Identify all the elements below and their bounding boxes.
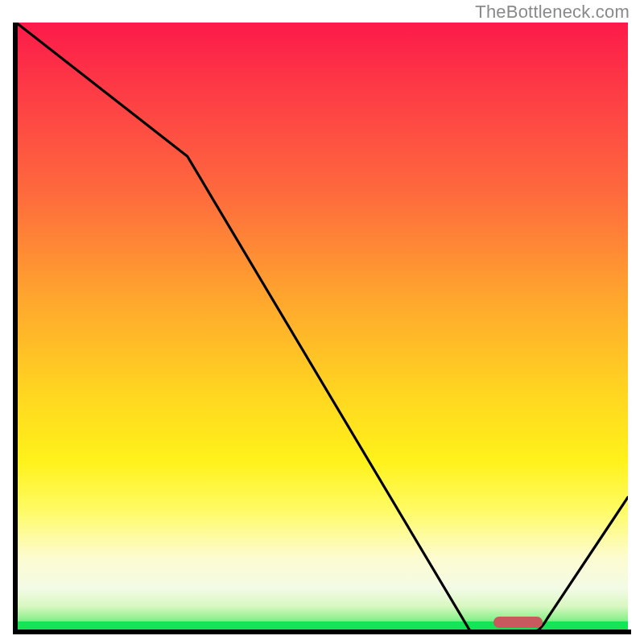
plot-area: [16, 23, 628, 631]
optimal-range-marker: [493, 617, 543, 628]
chart-container: TheBottleneck.com: [0, 0, 644, 644]
bottleneck-curve: [16, 23, 628, 631]
source-attribution: TheBottleneck.com: [475, 2, 630, 23]
curve-path: [16, 23, 628, 631]
y-axis: [13, 23, 18, 634]
x-axis: [13, 630, 631, 634]
